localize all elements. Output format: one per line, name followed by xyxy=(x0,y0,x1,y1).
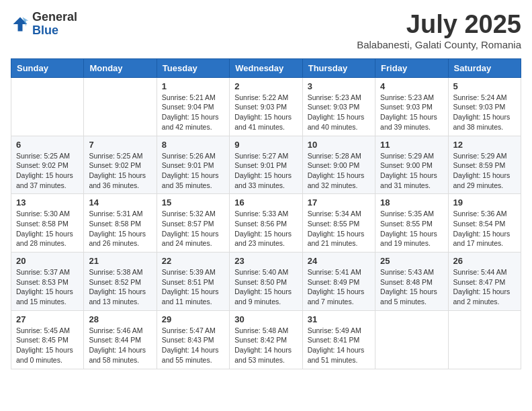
day-number: 29 xyxy=(162,314,224,324)
calendar-week-row: 20Sunrise: 5:37 AM Sunset: 8:53 PM Dayli… xyxy=(11,253,521,311)
col-thursday: Thursday xyxy=(302,58,375,77)
day-info: Sunrise: 5:46 AM Sunset: 8:44 PM Dayligh… xyxy=(89,326,151,365)
day-info: Sunrise: 5:44 AM Sunset: 8:47 PM Dayligh… xyxy=(453,267,516,307)
day-info: Sunrise: 5:38 AM Sunset: 8:52 PM Dayligh… xyxy=(89,267,151,307)
day-number: 14 xyxy=(89,197,151,208)
day-info: Sunrise: 5:41 AM Sunset: 8:49 PM Dayligh… xyxy=(308,267,370,307)
day-info: Sunrise: 5:40 AM Sunset: 8:50 PM Dayligh… xyxy=(234,267,297,307)
day-info: Sunrise: 5:28 AM Sunset: 9:00 PM Dayligh… xyxy=(308,151,370,191)
day-info: Sunrise: 5:23 AM Sunset: 9:03 PM Dayligh… xyxy=(380,93,443,132)
day-number: 23 xyxy=(234,256,297,266)
calendar-cell: 22Sunrise: 5:39 AM Sunset: 8:51 PM Dayli… xyxy=(157,253,229,311)
calendar-cell: 18Sunrise: 5:35 AM Sunset: 8:55 PM Dayli… xyxy=(375,194,448,253)
calendar-cell: 1Sunrise: 5:21 AM Sunset: 9:04 PM Daylig… xyxy=(157,77,229,136)
calendar-cell xyxy=(11,77,84,136)
calendar-cell: 19Sunrise: 5:36 AM Sunset: 8:54 PM Dayli… xyxy=(448,194,521,253)
day-info: Sunrise: 5:31 AM Sunset: 8:58 PM Dayligh… xyxy=(89,209,151,248)
page-header: General Blue July 2025 Balabanesti, Gala… xyxy=(11,11,521,50)
day-number: 24 xyxy=(308,256,370,266)
col-sunday: Sunday xyxy=(11,58,84,77)
day-number: 26 xyxy=(453,256,516,266)
day-number: 22 xyxy=(162,256,224,266)
calendar-cell: 24Sunrise: 5:41 AM Sunset: 8:49 PM Dayli… xyxy=(302,253,375,311)
day-number: 15 xyxy=(162,197,224,208)
logo-icon xyxy=(11,15,30,34)
calendar-cell: 23Sunrise: 5:40 AM Sunset: 8:50 PM Dayli… xyxy=(230,253,302,311)
day-info: Sunrise: 5:36 AM Sunset: 8:54 PM Dayligh… xyxy=(453,209,516,248)
day-info: Sunrise: 5:25 AM Sunset: 9:02 PM Dayligh… xyxy=(16,151,79,191)
calendar-cell: 5Sunrise: 5:24 AM Sunset: 9:03 PM Daylig… xyxy=(448,77,521,136)
calendar-cell: 12Sunrise: 5:29 AM Sunset: 8:59 PM Dayli… xyxy=(448,136,521,194)
day-number: 21 xyxy=(89,256,151,266)
calendar-cell: 17Sunrise: 5:34 AM Sunset: 8:55 PM Dayli… xyxy=(302,194,375,253)
calendar-cell: 4Sunrise: 5:23 AM Sunset: 9:03 PM Daylig… xyxy=(375,77,448,136)
calendar-week-row: 27Sunrise: 5:45 AM Sunset: 8:45 PM Dayli… xyxy=(11,310,521,369)
day-info: Sunrise: 5:21 AM Sunset: 9:04 PM Dayligh… xyxy=(162,93,224,132)
day-info: Sunrise: 5:32 AM Sunset: 8:57 PM Dayligh… xyxy=(162,209,224,248)
day-number: 10 xyxy=(308,140,370,150)
calendar-cell: 11Sunrise: 5:29 AM Sunset: 9:00 PM Dayli… xyxy=(375,136,448,194)
day-info: Sunrise: 5:49 AM Sunset: 8:41 PM Dayligh… xyxy=(308,326,370,365)
day-info: Sunrise: 5:35 AM Sunset: 8:55 PM Dayligh… xyxy=(380,209,443,248)
day-number: 9 xyxy=(234,140,297,150)
day-number: 8 xyxy=(162,140,224,150)
day-number: 20 xyxy=(16,256,79,266)
calendar-cell: 30Sunrise: 5:48 AM Sunset: 8:42 PM Dayli… xyxy=(230,310,302,369)
calendar-cell: 16Sunrise: 5:33 AM Sunset: 8:56 PM Dayli… xyxy=(230,194,302,253)
day-number: 25 xyxy=(380,256,443,266)
day-number: 2 xyxy=(234,81,297,91)
day-info: Sunrise: 5:26 AM Sunset: 9:01 PM Dayligh… xyxy=(162,151,224,191)
logo-blue: Blue xyxy=(32,24,77,38)
calendar-cell: 25Sunrise: 5:43 AM Sunset: 8:48 PM Dayli… xyxy=(375,253,448,311)
calendar-cell: 21Sunrise: 5:38 AM Sunset: 8:52 PM Dayli… xyxy=(84,253,157,311)
day-number: 27 xyxy=(16,314,79,324)
day-number: 3 xyxy=(308,81,370,91)
calendar-cell: 7Sunrise: 5:25 AM Sunset: 9:02 PM Daylig… xyxy=(84,136,157,194)
day-info: Sunrise: 5:43 AM Sunset: 8:48 PM Dayligh… xyxy=(380,267,443,307)
calendar-cell: 2Sunrise: 5:22 AM Sunset: 9:03 PM Daylig… xyxy=(230,77,302,136)
calendar-table: Sunday Monday Tuesday Wednesday Thursday… xyxy=(11,58,521,369)
day-info: Sunrise: 5:48 AM Sunset: 8:42 PM Dayligh… xyxy=(234,326,297,365)
col-monday: Monday xyxy=(84,58,157,77)
day-info: Sunrise: 5:25 AM Sunset: 9:02 PM Dayligh… xyxy=(89,151,151,191)
day-number: 12 xyxy=(453,140,516,150)
calendar-cell: 27Sunrise: 5:45 AM Sunset: 8:45 PM Dayli… xyxy=(11,310,84,369)
calendar-cell: 6Sunrise: 5:25 AM Sunset: 9:02 PM Daylig… xyxy=(11,136,84,194)
day-number: 18 xyxy=(380,197,443,208)
day-info: Sunrise: 5:22 AM Sunset: 9:03 PM Dayligh… xyxy=(234,93,297,132)
day-info: Sunrise: 5:47 AM Sunset: 8:43 PM Dayligh… xyxy=(162,326,224,365)
day-number: 30 xyxy=(234,314,297,324)
day-info: Sunrise: 5:34 AM Sunset: 8:55 PM Dayligh… xyxy=(308,209,370,248)
calendar-cell xyxy=(84,77,157,136)
calendar-cell: 26Sunrise: 5:44 AM Sunset: 8:47 PM Dayli… xyxy=(448,253,521,311)
calendar-cell: 29Sunrise: 5:47 AM Sunset: 8:43 PM Dayli… xyxy=(157,310,229,369)
day-number: 4 xyxy=(380,81,443,91)
day-number: 31 xyxy=(308,314,370,324)
day-number: 17 xyxy=(308,197,370,208)
day-info: Sunrise: 5:30 AM Sunset: 8:58 PM Dayligh… xyxy=(16,209,79,248)
day-number: 28 xyxy=(89,314,151,324)
col-saturday: Saturday xyxy=(448,58,521,77)
logo-text: General Blue xyxy=(32,11,77,38)
calendar-week-row: 1Sunrise: 5:21 AM Sunset: 9:04 PM Daylig… xyxy=(11,77,521,136)
day-number: 5 xyxy=(453,81,516,91)
day-number: 7 xyxy=(89,140,151,150)
calendar-cell xyxy=(375,310,448,369)
day-info: Sunrise: 5:23 AM Sunset: 9:03 PM Dayligh… xyxy=(308,93,370,132)
calendar-cell xyxy=(448,310,521,369)
location-title: Balabanesti, Galati County, Romania xyxy=(357,39,521,50)
calendar-cell: 15Sunrise: 5:32 AM Sunset: 8:57 PM Dayli… xyxy=(157,194,229,253)
day-number: 16 xyxy=(234,197,297,208)
calendar-cell: 31Sunrise: 5:49 AM Sunset: 8:41 PM Dayli… xyxy=(302,310,375,369)
day-info: Sunrise: 5:39 AM Sunset: 8:51 PM Dayligh… xyxy=(162,267,224,307)
calendar-cell: 13Sunrise: 5:30 AM Sunset: 8:58 PM Dayli… xyxy=(11,194,84,253)
calendar-cell: 8Sunrise: 5:26 AM Sunset: 9:01 PM Daylig… xyxy=(157,136,229,194)
calendar-cell: 9Sunrise: 5:27 AM Sunset: 9:01 PM Daylig… xyxy=(230,136,302,194)
col-friday: Friday xyxy=(375,58,448,77)
calendar-cell: 28Sunrise: 5:46 AM Sunset: 8:44 PM Dayli… xyxy=(84,310,157,369)
day-info: Sunrise: 5:24 AM Sunset: 9:03 PM Dayligh… xyxy=(453,93,516,132)
calendar-cell: 20Sunrise: 5:37 AM Sunset: 8:53 PM Dayli… xyxy=(11,253,84,311)
logo-general: General xyxy=(32,11,77,24)
month-title: July 2025 xyxy=(357,11,521,39)
col-wednesday: Wednesday xyxy=(230,58,302,77)
